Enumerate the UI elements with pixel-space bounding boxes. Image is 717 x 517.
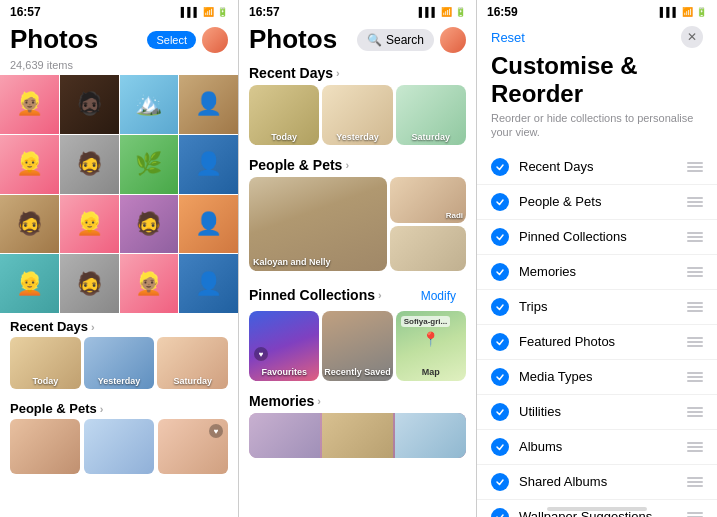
drag-handle[interactable]: [687, 162, 703, 172]
avatar[interactable]: [202, 27, 228, 53]
check-icon: [491, 298, 509, 316]
item-label: Media Types: [519, 369, 687, 384]
location-icon: 📍: [422, 331, 439, 347]
battery-icon: 🔋: [696, 7, 707, 17]
photo-cell[interactable]: 👤: [179, 254, 238, 313]
screen1: 16:57 ▌▌▌ 📶 🔋 Photos Select 24,639 items…: [0, 0, 238, 517]
person-thumb-1[interactable]: [10, 419, 80, 474]
day-thumb-today-2[interactable]: Today: [249, 85, 319, 145]
item-label: Featured Photos: [519, 334, 687, 349]
pinned-collections-title[interactable]: Pinned Collections ›: [249, 287, 382, 303]
memories-thumb[interactable]: [249, 413, 466, 458]
day-thumb-today[interactable]: Today: [10, 337, 81, 389]
photo-cell[interactable]: 🌿: [120, 135, 179, 194]
people-pets-label-2: People & Pets: [249, 157, 342, 173]
customise-header: Reset ✕: [477, 22, 717, 50]
photo-cell[interactable]: 👱: [0, 135, 59, 194]
photo-cell[interactable]: 🧔: [60, 135, 119, 194]
photo-cell[interactable]: 🏔️: [120, 75, 179, 134]
people-extra-thumb[interactable]: [390, 226, 466, 272]
drag-line: [687, 162, 703, 164]
day-label-saturday-2: Saturday: [396, 132, 466, 142]
person-thumb-2[interactable]: [84, 419, 154, 474]
chevron-icon: ›: [345, 159, 349, 171]
person-thumb-3[interactable]: ♥: [158, 419, 228, 474]
day-thumb-saturday-2[interactable]: Saturday: [396, 85, 466, 145]
people-radi-thumb[interactable]: Radi: [390, 177, 466, 223]
drag-handle[interactable]: [687, 197, 703, 207]
drag-handle[interactable]: [687, 232, 703, 242]
photo-cell[interactable]: 👤: [179, 135, 238, 194]
list-item-memories[interactable]: Memories: [477, 255, 717, 290]
pinned-recently-saved[interactable]: Recently Saved: [322, 311, 392, 381]
recent-days-row: Today Yesterday Saturday: [0, 337, 238, 395]
recent-days-label: Recent Days: [10, 319, 88, 334]
day-thumb-yesterday-2[interactable]: Yesterday: [322, 85, 392, 145]
list-item-trips[interactable]: Trips: [477, 290, 717, 325]
wifi-icon: 📶: [682, 7, 693, 17]
reset-button[interactable]: Reset: [491, 30, 525, 45]
status-icons-2: ▌▌▌ 📶 🔋: [419, 7, 466, 17]
photo-cell[interactable]: 👱: [0, 254, 59, 313]
time-1: 16:57: [10, 5, 41, 19]
check-icon: [491, 473, 509, 491]
photo-cell[interactable]: 🧔: [120, 195, 179, 254]
chevron-icon: ›: [336, 67, 340, 79]
check-icon: [491, 158, 509, 176]
time-3: 16:59: [487, 5, 518, 19]
drag-handle[interactable]: [687, 337, 703, 347]
people-pets-title-2[interactable]: People & Pets ›: [249, 157, 349, 173]
screen2-title: Photos: [249, 24, 337, 55]
home-indicator: [547, 507, 647, 511]
close-button[interactable]: ✕: [681, 26, 703, 48]
photo-cell[interactable]: 👱: [60, 195, 119, 254]
item-label: People & Pets: [519, 194, 687, 209]
recent-days-title[interactable]: Recent Days ›: [249, 65, 340, 81]
drag-handle[interactable]: [687, 407, 703, 417]
drag-handle[interactable]: [687, 512, 703, 517]
screen1-header-right: Select: [147, 27, 228, 53]
photo-cell[interactable]: 🧔: [60, 254, 119, 313]
photo-cell[interactable]: 👤: [179, 195, 238, 254]
memories-title[interactable]: Memories ›: [249, 393, 321, 409]
pin-map-label: Map: [396, 367, 466, 377]
people-pets-header[interactable]: People & Pets ›: [0, 395, 238, 419]
photo-cell[interactable]: 👱🏽: [120, 254, 179, 313]
list-item-albums[interactable]: Albums: [477, 430, 717, 465]
list-item-pinned[interactable]: Pinned Collections: [477, 220, 717, 255]
list-item-shared-albums[interactable]: Shared Albums: [477, 465, 717, 500]
people-main-thumb[interactable]: Kaloyan and Nelly: [249, 177, 387, 271]
item-label: Pinned Collections: [519, 229, 687, 244]
pinned-map[interactable]: 📍 Sofiya-gri... Map: [396, 311, 466, 381]
search-button[interactable]: 🔍 Search: [357, 29, 434, 51]
photo-cell[interactable]: 👤: [179, 75, 238, 134]
chevron-icon: ›: [91, 321, 95, 333]
battery-icon: 🔋: [455, 7, 466, 17]
drag-handle[interactable]: [687, 442, 703, 452]
select-button[interactable]: Select: [147, 31, 196, 49]
list-item-people-pets[interactable]: People & Pets: [477, 185, 717, 220]
day-thumb-yesterday[interactable]: Yesterday: [84, 337, 155, 389]
recent-days-section: Recent Days ›: [239, 59, 476, 85]
chevron-icon: ›: [378, 289, 382, 301]
signal-icon: ▌▌▌: [419, 7, 438, 17]
day-thumb-saturday[interactable]: Saturday: [157, 337, 228, 389]
list-item-recent-days[interactable]: Recent Days: [477, 150, 717, 185]
chevron-icon: ›: [317, 395, 321, 407]
item-label: Albums: [519, 439, 687, 454]
drag-handle[interactable]: [687, 477, 703, 487]
photo-cell[interactable]: 🧔🏿: [60, 75, 119, 134]
item-label: Utilities: [519, 404, 687, 419]
drag-handle[interactable]: [687, 267, 703, 277]
pinned-favourites[interactable]: ♥ Favourites: [249, 311, 319, 381]
photo-cell[interactable]: 🧔: [0, 195, 59, 254]
drag-handle[interactable]: [687, 372, 703, 382]
modify-button[interactable]: Modify: [411, 283, 466, 307]
list-item-utilities[interactable]: Utilities: [477, 395, 717, 430]
recent-days-header[interactable]: Recent Days ›: [0, 313, 238, 337]
photo-cell[interactable]: 👱🏽: [0, 75, 59, 134]
drag-handle[interactable]: [687, 302, 703, 312]
list-item-media-types[interactable]: Media Types: [477, 360, 717, 395]
avatar-2[interactable]: [440, 27, 466, 53]
list-item-featured[interactable]: Featured Photos: [477, 325, 717, 360]
